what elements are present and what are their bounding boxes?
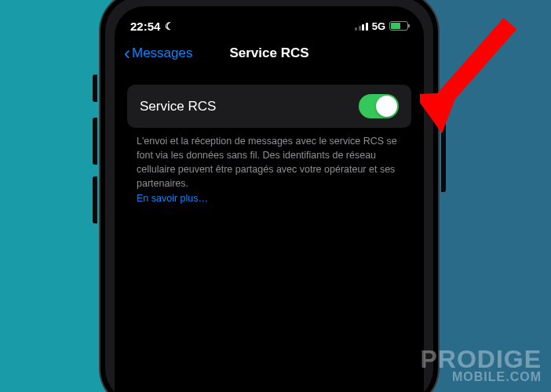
signal-icon — [355, 22, 368, 31]
phone-side-button — [441, 122, 446, 192]
status-time: 22:54 — [130, 20, 160, 33]
footer-description: L'envoi et la réception de messages avec… — [137, 136, 397, 189]
do-not-disturb-icon: ☾ — [165, 20, 174, 32]
svg-line-1 — [436, 24, 510, 108]
phone-side-button — [93, 176, 97, 223]
watermark: PRODIGE MOBILE.COM — [420, 349, 542, 384]
learn-more-link[interactable]: En savoir plus… — [137, 193, 208, 204]
back-label: Messages — [132, 45, 192, 61]
setting-label: Service RCS — [140, 99, 216, 114]
battery-icon — [389, 21, 408, 31]
status-left: 22:54 ☾ — [130, 20, 174, 33]
back-button[interactable]: ‹ Messages — [124, 44, 192, 63]
phone-side-button — [93, 118, 97, 165]
watermark-line1: PRODIGE — [420, 349, 542, 370]
navigation-bar: ‹ Messages Service RCS — [115, 38, 424, 74]
toggle-knob — [376, 96, 397, 117]
network-label: 5G — [372, 20, 385, 32]
phone-frame: 22:54 ☾ 5G ‹ Messages Service RCS — [100, 0, 438, 392]
phone-screen: 22:54 ☾ 5G ‹ Messages Service RCS — [115, 6, 424, 392]
phone-notch — [199, 6, 340, 28]
chevron-left-icon: ‹ — [124, 44, 130, 63]
rcs-toggle[interactable] — [359, 94, 399, 118]
phone-side-button — [93, 74, 97, 102]
settings-row[interactable]: Service RCS — [127, 85, 411, 128]
page-title: Service RCS — [229, 45, 308, 61]
status-right: 5G — [355, 20, 408, 32]
setting-footer: L'envoi et la réception de messages avec… — [137, 134, 402, 205]
